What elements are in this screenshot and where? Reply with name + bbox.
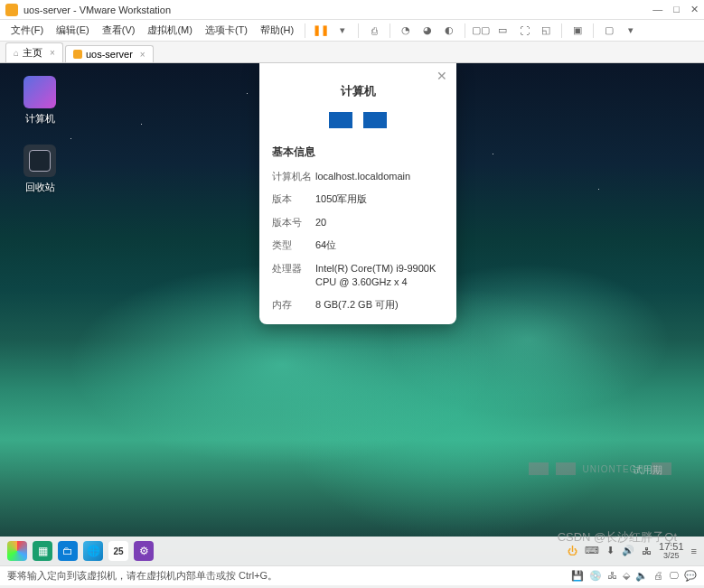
send-ctrl-alt-del-icon[interactable]: ⎙	[367, 23, 381, 38]
maximize-button[interactable]: □	[673, 4, 680, 15]
guest-taskbar: ▦ 🗀 🌐 25 ⚙ ⏻ ⌨ ⬇ 🔊 🖧 17:51 3/25 ≡	[0, 537, 704, 565]
dropdown-icon[interactable]: ▾	[335, 23, 350, 38]
layout-icon[interactable]: ▢▢	[474, 23, 488, 38]
info-row-type: 类型64位	[259, 234, 456, 257]
status-bar: 要将输入定向到该虚拟机，请在虚拟机内部单击或按 Ctrl+G。 💾 💿 🖧 ⬙ …	[0, 565, 704, 585]
tab-label: 主页	[23, 46, 42, 60]
volume-icon[interactable]: 🔊	[622, 545, 634, 556]
info-row-build: 版本号20	[259, 211, 456, 234]
window-title: uos-server - VMware Workstation	[23, 5, 652, 15]
device-printer-icon[interactable]: 🖨	[653, 570, 663, 582]
keyboard-icon[interactable]: ⌨	[585, 545, 599, 556]
fullscreen-icon[interactable]: ⛶	[517, 23, 531, 38]
computer-icon	[23, 76, 56, 108]
menu-view[interactable]: 查看(V)	[97, 22, 141, 39]
device-cd-icon[interactable]: 💿	[589, 570, 602, 582]
trial-label: 试用期	[633, 463, 662, 477]
separator	[593, 23, 594, 38]
notification-icon[interactable]: ≡	[691, 546, 697, 556]
power-icon[interactable]: ⏻	[568, 546, 577, 556]
minimize-button[interactable]: —	[652, 4, 662, 15]
menu-bar: 文件(F) 编辑(E) 查看(V) 虚拟机(M) 选项卡(T) 帮助(H) ❚❚…	[0, 20, 704, 42]
uniontech-logo	[259, 108, 456, 139]
console-icon[interactable]: ▣	[570, 23, 585, 38]
separator	[390, 23, 390, 38]
snapshot-icon[interactable]: ◔	[399, 23, 413, 38]
close-button[interactable]: ✕	[690, 4, 699, 15]
menu-help[interactable]: 帮助(H)	[255, 22, 299, 39]
dropdown-icon[interactable]: ▾	[624, 23, 638, 38]
message-icon[interactable]: 💬	[684, 570, 697, 582]
device-usb-icon[interactable]: ⬙	[623, 570, 630, 582]
tab-label: uos-server	[86, 49, 133, 60]
vmware-logo-icon	[5, 4, 18, 16]
tab-strip: ⌂ 主页 × uos-server ×	[0, 42, 704, 63]
home-icon: ⌂	[14, 48, 19, 58]
vm-viewport[interactable]: 计算机 回收站 ✕ 计算机 基本信息 计算机名localhost.localdo…	[0, 63, 704, 565]
window-title-bar: uos-server - VMware Workstation — □ ✕	[0, 0, 704, 20]
separator	[305, 23, 305, 38]
library-icon[interactable]: ▢	[602, 23, 616, 38]
system-info-dialog: ✕ 计算机 基本信息 计算机名localhost.localdomain 版本1…	[259, 63, 456, 324]
desktop-icon-trash[interactable]: 回收站	[14, 145, 65, 194]
device-display-icon[interactable]: 🖵	[669, 570, 679, 582]
menu-vm[interactable]: 虚拟机(M)	[142, 22, 198, 39]
separator	[358, 23, 359, 38]
calendar-icon[interactable]: 25	[108, 541, 128, 561]
separator	[561, 23, 562, 38]
device-sound-icon[interactable]: 🔈	[635, 570, 648, 582]
device-disk-icon[interactable]: 💾	[571, 570, 584, 582]
system-tray: ⏻ ⌨ ⬇ 🔊 🖧 17:51 3/25 ≡	[568, 541, 697, 561]
info-row-hostname: 计算机名localhost.localdomain	[259, 165, 456, 188]
menu-file[interactable]: 文件(F)	[5, 22, 49, 39]
section-title: 基本信息	[259, 139, 456, 165]
menu-edit[interactable]: 编辑(E)	[51, 22, 95, 39]
settings-icon[interactable]: ⚙	[134, 541, 154, 561]
unity-icon[interactable]: ▭	[495, 23, 510, 38]
trash-icon	[23, 145, 56, 177]
icon-label: 回收站	[14, 181, 65, 194]
snapshot-manager-icon[interactable]: ◕	[420, 23, 435, 38]
menu-tabs[interactable]: 选项卡(T)	[200, 22, 253, 39]
info-row-version: 版本1050军用版	[259, 188, 456, 210]
launcher-icon[interactable]	[7, 541, 27, 561]
device-network-icon[interactable]: 🖧	[607, 570, 617, 582]
browser-icon[interactable]: 🌐	[83, 541, 103, 561]
separator	[465, 23, 465, 38]
info-row-memory: 内存8 GB(7.2 GB 可用)	[259, 294, 456, 316]
icon-label: 计算机	[14, 112, 65, 126]
vm-icon	[73, 50, 82, 59]
pause-icon[interactable]: ❚❚	[314, 23, 328, 38]
info-row-cpu: 处理器Intel(R) Core(TM) i9-9900K CPU @ 3.60…	[259, 257, 456, 294]
status-hint: 要将输入定向到该虚拟机，请在虚拟机内部单击或按 Ctrl+G。	[7, 569, 277, 583]
desktop-icon-computer[interactable]: 计算机	[14, 76, 65, 126]
tab-home[interactable]: ⌂ 主页 ×	[5, 42, 63, 62]
revert-icon[interactable]: ◐	[442, 23, 456, 38]
date-label: 3/25	[659, 552, 684, 561]
close-icon[interactable]: ×	[50, 48, 55, 58]
dialog-close-button[interactable]: ✕	[436, 69, 447, 83]
seamless-icon[interactable]: ◱	[539, 23, 553, 38]
clock[interactable]: 17:51 3/25	[659, 541, 684, 561]
close-icon[interactable]: ×	[140, 50, 145, 60]
multitask-icon[interactable]: ▦	[33, 541, 52, 561]
tab-uos-server[interactable]: uos-server ×	[65, 45, 154, 62]
network-icon[interactable]: 🖧	[642, 546, 652, 556]
usb-icon[interactable]: ⬇	[606, 545, 615, 556]
dialog-title: 计算机	[259, 63, 456, 108]
file-manager-icon[interactable]: 🗀	[58, 541, 78, 561]
